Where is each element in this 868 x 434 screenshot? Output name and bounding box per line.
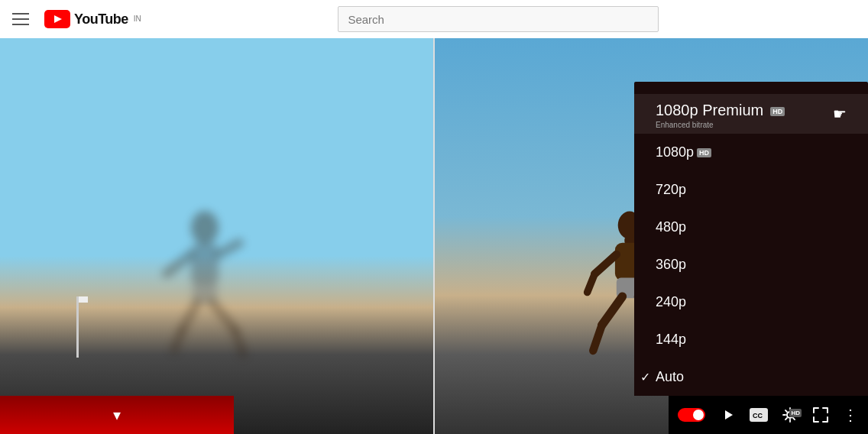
quality-item-1080p-premium[interactable]: 1080p Premium HD Enhanced bitrate ☛ bbox=[634, 94, 868, 134]
svg-line-4 bbox=[167, 254, 191, 274]
quality-dropdown: 1080p Premium HD Enhanced bitrate ☛ 1080… bbox=[634, 82, 868, 396]
svg-rect-3 bbox=[191, 243, 219, 285]
captions-icon: CC bbox=[750, 408, 768, 422]
quality-label-240p: 240p bbox=[656, 294, 686, 310]
quality-label-480p: 480p bbox=[656, 219, 686, 235]
more-options-button[interactable]: ⋮ bbox=[843, 406, 859, 424]
quality-label-auto: Auto bbox=[656, 369, 684, 385]
quality-item-240p[interactable]: 240p bbox=[634, 283, 868, 321]
youtube-wordmark: YouTube bbox=[74, 11, 128, 28]
quality-item-360p[interactable]: 360p bbox=[634, 246, 868, 283]
checkmark-icon: ✓ bbox=[640, 370, 650, 384]
search-input[interactable] bbox=[348, 13, 649, 26]
quality-menu-header bbox=[634, 82, 868, 94]
quality-label-1080p-premium: 1080p Premium bbox=[656, 102, 763, 118]
athlete-blurred bbox=[144, 205, 266, 358]
settings-button[interactable]: HD bbox=[782, 406, 798, 423]
controls-bar-left: ▾ bbox=[0, 396, 234, 434]
search-bar bbox=[141, 6, 856, 32]
hd-badge-premium: HD bbox=[770, 107, 785, 116]
svg-line-10 bbox=[235, 331, 243, 354]
quality-item-480p[interactable]: 480p bbox=[634, 209, 868, 246]
quality-item-auto[interactable]: ✓ Auto bbox=[634, 358, 868, 396]
chevron-down-icon[interactable]: ▾ bbox=[113, 406, 121, 424]
svg-point-2 bbox=[191, 211, 219, 245]
play-button[interactable] bbox=[719, 406, 736, 423]
svg-text:CC: CC bbox=[753, 412, 763, 419]
hd-badge-1080p: HD bbox=[697, 148, 711, 157]
flag-post bbox=[76, 296, 79, 358]
svg-line-7 bbox=[182, 303, 197, 331]
quality-item-720p[interactable]: 720p bbox=[634, 171, 868, 209]
header: YouTube IN bbox=[0, 0, 868, 38]
play-icon bbox=[719, 406, 736, 423]
svg-line-20 bbox=[593, 326, 601, 351]
toggle-wrap bbox=[678, 408, 705, 422]
quality-label-1080p: 1080p bbox=[656, 144, 694, 160]
cursor-pointer-icon: ☛ bbox=[833, 105, 847, 123]
youtube-icon bbox=[44, 10, 70, 28]
svg-line-9 bbox=[212, 303, 235, 331]
svg-line-19 bbox=[602, 296, 623, 325]
hd-settings-badge: HD bbox=[789, 409, 802, 417]
svg-marker-24 bbox=[725, 410, 733, 419]
quality-label-144p: 144p bbox=[656, 332, 686, 348]
quality-label-720p: 720p bbox=[656, 182, 686, 198]
fullscreen-icon bbox=[812, 406, 829, 423]
search-input-wrap bbox=[338, 6, 659, 32]
player-controls-right: CC HD ⋮ bbox=[669, 396, 868, 434]
quality-item-144p[interactable]: 144p bbox=[634, 321, 868, 358]
quality-sublabel-premium: Enhanced bitrate bbox=[656, 121, 785, 129]
svg-line-5 bbox=[219, 243, 239, 254]
fullscreen-button[interactable] bbox=[812, 406, 829, 423]
quality-label-360p: 360p bbox=[656, 257, 686, 273]
svg-line-15 bbox=[594, 254, 617, 274]
autoplay-toggle[interactable] bbox=[678, 408, 705, 422]
country-code: IN bbox=[134, 15, 141, 23]
svg-line-16 bbox=[588, 274, 595, 293]
youtube-logo[interactable]: YouTube IN bbox=[44, 10, 141, 28]
video-left bbox=[0, 38, 435, 434]
hamburger-menu-button[interactable] bbox=[12, 8, 35, 31]
captions-button[interactable]: CC bbox=[750, 408, 768, 422]
svg-line-8 bbox=[174, 331, 182, 350]
quality-item-1080p[interactable]: 1080p HD bbox=[634, 134, 868, 171]
